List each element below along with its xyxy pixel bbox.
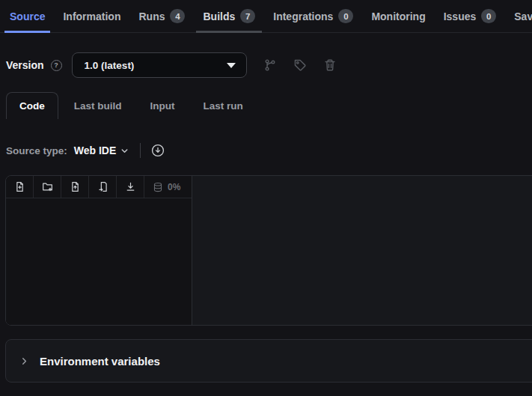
tab-label: Last run <box>204 100 243 112</box>
branch-icon[interactable] <box>263 58 277 72</box>
sync-file-icon[interactable] <box>89 176 117 198</box>
nav-tab-builds[interactable]: Builds 7 <box>196 0 262 33</box>
tab-label: Input <box>150 100 175 112</box>
trash-icon[interactable] <box>323 58 337 72</box>
caret-down-icon <box>227 63 236 68</box>
issues-count-badge: 0 <box>481 9 496 23</box>
source-type-value: Web IDE <box>74 144 117 156</box>
nav-tab-integrations[interactable]: Integrations 0 <box>266 0 360 33</box>
source-type-row: Source type: Web IDE <box>0 138 532 162</box>
nav-tab-label: Builds <box>203 10 235 22</box>
nav-tab-label: Monitoring <box>371 10 425 22</box>
nav-tab-monitoring[interactable]: Monitoring <box>364 0 432 33</box>
integrations-count-badge: 0 <box>338 9 353 23</box>
version-row: Version ? 1.0 (latest) <box>0 52 532 78</box>
web-ide-panel: 0% <box>5 175 532 326</box>
tab-input[interactable]: Input <box>147 92 178 119</box>
environment-variables-title: Environment variables <box>40 355 160 368</box>
tab-last-run[interactable]: Last run <box>201 92 246 119</box>
chevron-down-icon <box>120 146 129 156</box>
nav-tab-runs[interactable]: Runs 4 <box>132 0 192 33</box>
code-tab-bar: Code Last build Input Last run <box>0 92 532 119</box>
source-type-label: Source type: <box>6 145 67 156</box>
nav-tab-information[interactable]: Information <box>56 0 127 33</box>
source-type-select[interactable]: Web IDE <box>74 144 130 156</box>
version-selected-value: 1.0 (latest) <box>85 60 227 71</box>
help-icon[interactable]: ? <box>51 60 62 71</box>
tab-label: Last build <box>74 100 122 112</box>
file-tree-area <box>6 198 192 325</box>
tab-code[interactable]: Code <box>6 92 58 119</box>
runs-count-badge: 4 <box>170 9 185 23</box>
vertical-divider <box>140 143 141 158</box>
version-label: Version <box>6 59 44 71</box>
nav-tab-label: Integrations <box>273 10 333 22</box>
tab-label: Code <box>19 100 45 112</box>
storage-usage-indicator: 0% <box>144 176 192 198</box>
nav-tab-label: Issues <box>444 10 477 22</box>
new-folder-icon[interactable] <box>34 176 61 198</box>
file-toolbar: 0% <box>6 176 192 198</box>
file-sidebar: 0% <box>6 176 192 325</box>
tab-last-build[interactable]: Last build <box>71 92 125 119</box>
database-icon <box>153 182 163 192</box>
nav-tab-label: Saved t <box>514 10 532 22</box>
storage-usage-percent: 0% <box>168 182 180 192</box>
nav-tab-label: Runs <box>138 10 165 22</box>
nav-tab-issues[interactable]: Issues 0 <box>437 0 504 33</box>
builds-count-badge: 7 <box>240 9 255 23</box>
nav-tab-label: Source <box>10 10 45 22</box>
nav-tab-saved[interactable]: Saved t <box>507 0 532 33</box>
environment-variables-section[interactable]: Environment variables <box>5 339 532 383</box>
chevron-right-icon <box>19 356 29 366</box>
download-icon[interactable] <box>117 176 144 198</box>
code-editor-area <box>192 176 532 325</box>
tag-icon[interactable] <box>293 58 307 72</box>
nav-tab-source[interactable]: Source <box>3 0 52 33</box>
download-circle-icon[interactable] <box>151 144 165 157</box>
nav-tab-label: Information <box>63 10 120 22</box>
top-navigation: Source Information Runs 4 Builds 7 Integ… <box>0 0 532 33</box>
new-file-icon[interactable] <box>6 176 34 198</box>
version-select[interactable]: 1.0 (latest) <box>72 52 247 78</box>
upload-file-icon[interactable] <box>61 176 89 198</box>
